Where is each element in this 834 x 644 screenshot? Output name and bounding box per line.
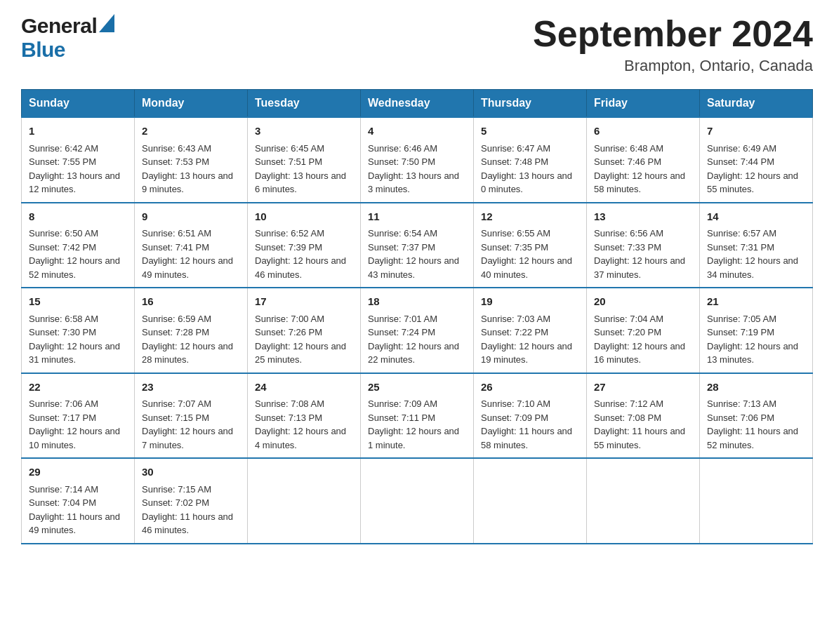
day-number: 21 [707,294,805,310]
daylight-info: Daylight: 11 hours and 49 minutes. [29,510,127,537]
calendar-cell [587,458,700,544]
calendar-cell: 27Sunrise: 7:12 AMSunset: 7:08 PMDayligh… [587,373,700,459]
sunset-info: Sunset: 7:46 PM [594,155,692,169]
sunset-info: Sunset: 7:04 PM [29,496,127,510]
day-number: 3 [255,123,353,140]
sunrise-info: Sunrise: 6:45 AM [255,142,353,156]
daylight-info: Daylight: 13 hours and 0 minutes. [481,169,579,196]
sunrise-info: Sunrise: 6:57 AM [707,227,805,241]
daylight-info: Daylight: 13 hours and 3 minutes. [368,169,466,196]
sunrise-info: Sunrise: 7:07 AM [142,397,240,411]
sunset-info: Sunset: 7:22 PM [481,326,579,340]
day-number: 8 [29,209,127,225]
sunrise-info: Sunrise: 7:13 AM [707,397,805,411]
day-number: 10 [255,209,353,225]
daylight-info: Daylight: 12 hours and 4 minutes. [255,424,353,452]
calendar-title: September 2024 [533,14,813,54]
calendar-week-row: 29Sunrise: 7:14 AMSunset: 7:04 PMDayligh… [22,458,813,544]
svg-marker-0 [99,14,114,32]
day-number: 20 [594,294,692,310]
day-number: 26 [481,380,579,396]
logo-blue-text: Blue [21,38,65,61]
calendar-cell: 23Sunrise: 7:07 AMSunset: 7:15 PMDayligh… [135,373,248,459]
day-number: 4 [368,123,466,140]
day-number: 13 [594,209,692,225]
day-number: 2 [142,123,240,140]
day-number: 29 [29,464,127,481]
sunset-info: Sunset: 7:48 PM [481,155,579,169]
calendar-cell: 30Sunrise: 7:15 AMSunset: 7:02 PMDayligh… [135,458,248,544]
daylight-info: Daylight: 12 hours and 46 minutes. [255,254,353,281]
sunset-info: Sunset: 7:35 PM [481,241,579,255]
calendar-header-row: SundayMondayTuesdayWednesdayThursdayFrid… [22,90,813,118]
sunset-info: Sunset: 7:50 PM [368,155,466,169]
day-number: 17 [255,294,353,310]
sunrise-info: Sunrise: 6:43 AM [142,142,240,156]
day-number: 19 [481,294,579,310]
calendar-cell: 2Sunrise: 6:43 AMSunset: 7:53 PMDaylight… [135,117,248,203]
day-of-week-header: Sunday [22,90,135,118]
daylight-info: Daylight: 11 hours and 52 minutes. [707,424,805,452]
calendar-cell: 4Sunrise: 6:46 AMSunset: 7:50 PMDaylight… [361,117,474,203]
day-number: 30 [142,464,240,481]
daylight-info: Daylight: 12 hours and 34 minutes. [707,254,805,281]
day-number: 25 [368,380,466,396]
sunset-info: Sunset: 7:39 PM [255,241,353,255]
calendar-week-row: 22Sunrise: 7:06 AMSunset: 7:17 PMDayligh… [22,373,813,459]
calendar-cell: 22Sunrise: 7:06 AMSunset: 7:17 PMDayligh… [22,373,135,459]
sunset-info: Sunset: 7:20 PM [594,326,692,340]
calendar-cell: 18Sunrise: 7:01 AMSunset: 7:24 PMDayligh… [361,288,474,373]
daylight-info: Daylight: 12 hours and 19 minutes. [481,340,579,367]
day-of-week-header: Wednesday [361,90,474,118]
calendar-table: SundayMondayTuesdayWednesdayThursdayFrid… [21,89,813,544]
sunrise-info: Sunrise: 7:15 AM [142,483,240,497]
daylight-info: Daylight: 11 hours and 58 minutes. [481,424,579,452]
sunset-info: Sunset: 7:13 PM [255,411,353,425]
daylight-info: Daylight: 12 hours and 16 minutes. [594,340,692,367]
sunrise-info: Sunrise: 7:03 AM [481,312,579,326]
day-number: 27 [594,380,692,396]
calendar-cell: 14Sunrise: 6:57 AMSunset: 7:31 PMDayligh… [700,203,813,288]
day-number: 22 [29,380,127,396]
sunset-info: Sunset: 7:41 PM [142,241,240,255]
calendar-cell: 3Sunrise: 6:45 AMSunset: 7:51 PMDaylight… [248,117,361,203]
calendar-cell: 21Sunrise: 7:05 AMSunset: 7:19 PMDayligh… [700,288,813,373]
calendar-cell: 5Sunrise: 6:47 AMSunset: 7:48 PMDaylight… [474,117,587,203]
title-block: September 2024 Brampton, Ontario, Canada [533,14,813,75]
sunrise-info: Sunrise: 6:55 AM [481,227,579,241]
sunset-info: Sunset: 7:51 PM [255,155,353,169]
day-number: 7 [707,123,805,140]
day-number: 24 [255,380,353,396]
day-number: 23 [142,380,240,396]
calendar-subtitle: Brampton, Ontario, Canada [533,57,813,75]
sunset-info: Sunset: 7:31 PM [707,241,805,255]
daylight-info: Daylight: 11 hours and 55 minutes. [594,424,692,452]
sunrise-info: Sunrise: 6:48 AM [594,142,692,156]
sunrise-info: Sunrise: 6:49 AM [707,142,805,156]
calendar-cell: 16Sunrise: 6:59 AMSunset: 7:28 PMDayligh… [135,288,248,373]
logo-general-text: General [21,14,97,38]
day-number: 15 [29,294,127,310]
calendar-cell [248,458,361,544]
calendar-cell: 24Sunrise: 7:08 AMSunset: 7:13 PMDayligh… [248,373,361,459]
sunset-info: Sunset: 7:53 PM [142,155,240,169]
sunset-info: Sunset: 7:44 PM [707,155,805,169]
daylight-info: Daylight: 12 hours and 7 minutes. [142,424,240,452]
day-number: 18 [368,294,466,310]
sunset-info: Sunset: 7:26 PM [255,326,353,340]
daylight-info: Daylight: 12 hours and 49 minutes. [142,254,240,281]
calendar-cell: 17Sunrise: 7:00 AMSunset: 7:26 PMDayligh… [248,288,361,373]
calendar-cell: 19Sunrise: 7:03 AMSunset: 7:22 PMDayligh… [474,288,587,373]
sunrise-info: Sunrise: 6:47 AM [481,142,579,156]
sunset-info: Sunset: 7:09 PM [481,411,579,425]
sunset-info: Sunset: 7:17 PM [29,411,127,425]
sunrise-info: Sunrise: 7:05 AM [707,312,805,326]
sunset-info: Sunset: 7:15 PM [142,411,240,425]
daylight-info: Daylight: 12 hours and 1 minute. [368,424,466,452]
calendar-cell: 10Sunrise: 6:52 AMSunset: 7:39 PMDayligh… [248,203,361,288]
sunrise-info: Sunrise: 6:52 AM [255,227,353,241]
day-of-week-header: Thursday [474,90,587,118]
day-of-week-header: Saturday [700,90,813,118]
sunrise-info: Sunrise: 7:01 AM [368,312,466,326]
daylight-info: Daylight: 11 hours and 46 minutes. [142,510,240,537]
